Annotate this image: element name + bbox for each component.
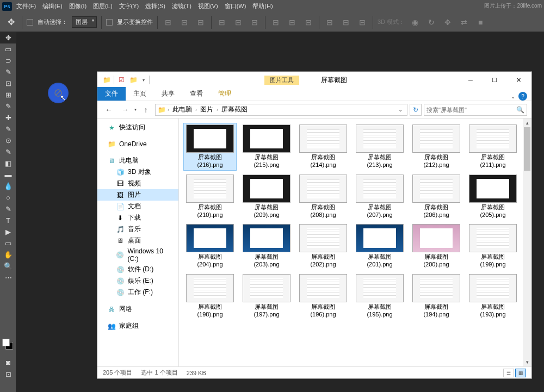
dodge-tool[interactable]: ○ [0,192,16,203]
file-item[interactable]: 屏幕截图(194).png [410,272,463,320]
rectangle-tool[interactable]: ▭ [0,238,16,249]
screen-mode-tool[interactable]: ⊡ [0,369,16,380]
align-bottom-icon[interactable]: ⊟ [249,16,261,28]
scroll-down-icon[interactable]: ▾ [523,358,531,366]
file-item[interactable]: 屏幕截图(199).png [466,222,520,270]
path-select-tool[interactable]: ▶ [0,226,16,238]
search-input[interactable] [426,107,516,113]
file-item[interactable]: 屏幕截图(205).png [466,173,520,221]
nav-item[interactable]: 💿娱乐 (E:) [97,275,178,287]
tab-file[interactable]: 文件 [97,87,126,101]
file-item[interactable]: 屏幕截图(196).png [296,272,350,320]
file-item[interactable]: 屏幕截图(215).png [240,123,293,171]
ribbon-expand-icon[interactable]: ⌄ [511,94,515,99]
refresh-button[interactable]: ↻ [410,104,422,116]
frame-tool[interactable]: ⊞ [0,89,16,101]
file-item[interactable]: 屏幕截图(214).png [296,123,350,171]
align-top-icon[interactable]: ⊟ [216,16,228,28]
chevron-right-icon[interactable]: › [194,107,198,113]
distribute-5-icon[interactable]: ⊟ [340,16,352,28]
hand-tool[interactable]: ✋ [0,249,16,260]
crumb-pictures[interactable]: 图片 [199,105,214,114]
distribute-3-icon[interactable]: ⊟ [302,16,314,28]
nav-item[interactable]: 💿工作 (F:) [97,287,178,298]
file-item[interactable]: 屏幕截图(193).png [466,272,520,320]
close-button[interactable]: ✕ [506,72,530,88]
nav-item[interactable]: 💿软件 (D:) [97,264,178,275]
nav-item[interactable]: 🖥桌面 [97,235,178,246]
align-middle-icon[interactable]: ⊟ [232,16,244,28]
menu-item[interactable]: 图层(L) [90,1,115,11]
layer-dropdown[interactable]: 图层 [72,16,97,28]
chevron-right-icon[interactable]: › [215,107,219,113]
menu-item[interactable]: 窗口(W) [221,1,250,11]
folder-icon[interactable]: 📁 [102,75,112,85]
distribute-6-icon[interactable]: ⊟ [356,16,368,28]
align-left-icon[interactable]: ⊟ [162,16,174,28]
crumb-screenshots[interactable]: 屏幕截图 [220,105,249,114]
distribute-1-icon[interactable]: ⊟ [270,16,282,28]
scrollbar[interactable]: ▴ ▾ [523,119,531,366]
file-item[interactable]: 屏幕截图(203).png [240,222,293,270]
menu-item[interactable]: 编辑(E) [39,1,66,11]
nav-homegroup[interactable]: 👥家庭组 [97,320,178,332]
minimize-button[interactable]: ─ [459,72,483,88]
explorer-titlebar[interactable]: 📁 ☑ 📁 ▾ 图片工具 屏幕截图 ─ ☐ ✕ [97,72,531,88]
nav-item[interactable]: 🎞视频 [97,178,178,189]
file-item[interactable]: 屏幕截图(209).png [240,173,293,221]
lasso-tool[interactable]: ⊃ [0,55,16,66]
nav-back-button[interactable]: ← [102,103,116,116]
nav-item[interactable]: 🖼图片 [97,189,178,201]
search-box[interactable]: 🔍 [424,104,527,116]
nav-onedrive[interactable]: 📁OneDrive [97,139,178,150]
tab-manage[interactable]: 管理 [211,87,239,101]
tab-home[interactable]: 主页 [126,87,154,101]
move-tool[interactable]: ✥ [0,32,16,43]
nav-network[interactable]: 🖧网络 [97,303,178,315]
crop-tool[interactable]: ⊡ [0,78,16,89]
file-item[interactable]: 屏幕截图(202).png [296,222,350,270]
file-item[interactable]: 屏幕截图(195).png [353,272,406,320]
nav-history-dropdown[interactable]: ▾ [134,107,137,112]
explorer-content[interactable]: 屏幕截图(216).png屏幕截图(215).png屏幕截图(214).png屏… [179,119,531,366]
menu-item[interactable]: 文件(F) [13,1,39,11]
show-transform-checkbox[interactable] [106,19,113,26]
marquee-tool[interactable]: ▭ [0,43,16,55]
nav-item[interactable]: 🎵音乐 [97,223,178,235]
file-item[interactable]: 屏幕截图(198).png [183,272,237,320]
gradient-tool[interactable]: ▬ [0,169,16,181]
nav-forward-button[interactable]: → [118,103,132,116]
history-brush-tool[interactable]: ✎ [0,146,16,158]
auto-select-checkbox[interactable] [27,19,33,26]
quick-select-tool[interactable]: ✎ [0,66,16,78]
maximize-button[interactable]: ☐ [483,72,506,88]
file-item[interactable]: 屏幕截图(204).png [183,222,237,270]
qat-folder-icon[interactable]: 📁 [128,75,138,85]
nav-item[interactable]: 🧊3D 对象 [97,166,178,178]
crumb-thispc[interactable]: 此电脑 [171,105,193,114]
view-thumbnails-button[interactable]: ▦ [515,369,526,377]
nav-item[interactable]: 📄文档 [97,201,178,212]
pen-tool[interactable]: ✎ [0,203,16,215]
address-dropdown-icon[interactable]: ⌄ [396,107,405,113]
eraser-tool[interactable]: ◧ [0,158,16,169]
align-right-icon[interactable]: ⊟ [195,16,207,28]
file-item[interactable]: 屏幕截图(212).png [410,123,463,171]
file-item[interactable]: 屏幕截图(200).png [410,222,463,270]
nav-thispc[interactable]: 🖥此电脑 [97,155,178,166]
address-bar[interactable]: 📁 › 此电脑 › 图片 › 屏幕截图 ⌄ [155,104,407,116]
edit-toolbar[interactable]: ⋯ [0,272,16,283]
eyedropper-tool[interactable]: ✎ [0,101,16,112]
nav-item[interactable]: 💿Windows 10 (C:) [97,246,178,264]
file-item[interactable]: 屏幕截图(208).png [296,173,350,221]
scrollbar-thumb[interactable] [524,127,530,171]
file-item[interactable]: 屏幕截图(201).png [353,222,406,270]
file-item[interactable]: 屏幕截图(197).png [240,272,293,320]
file-item[interactable]: 屏幕截图(207).png [353,173,406,221]
chevron-right-icon[interactable]: › [166,107,170,113]
zoom-tool[interactable]: 🔍 [0,260,16,272]
menu-item[interactable]: 帮助(H) [249,1,276,11]
foreground-color-swatch[interactable] [2,339,10,346]
distribute-2-icon[interactable]: ⊟ [286,16,298,28]
qat-save-icon[interactable]: ☑ [116,75,126,85]
